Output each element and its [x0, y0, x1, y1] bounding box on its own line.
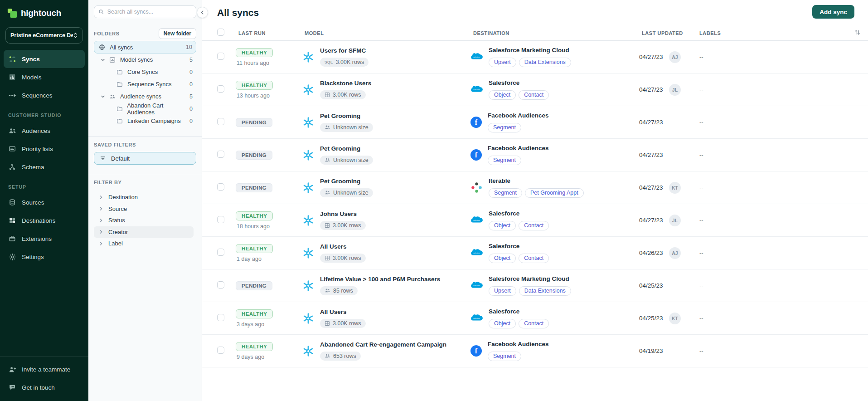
folder-item-all-syncs[interactable]: All syncs10: [94, 41, 196, 54]
avatar[interactable]: KT: [669, 182, 681, 194]
hightouch-logo[interactable]: hightouch: [0, 5, 88, 23]
last-updated-date: 04/27/23: [639, 119, 669, 126]
svg-text:salesforce: salesforce: [473, 88, 480, 90]
avatar[interactable]: AJ: [669, 247, 681, 259]
sidebar-item-destinations[interactable]: Destinations: [4, 211, 85, 230]
filter-by-destination[interactable]: Destination: [94, 191, 194, 203]
avatar[interactable]: JL: [669, 215, 681, 226]
status-badge: HEALTHY: [236, 81, 273, 90]
sidebar-item-get-in-touch[interactable]: Get in touch: [4, 378, 85, 396]
status-badge: PENDING: [236, 151, 272, 160]
folders-title: FOLDERS: [94, 31, 120, 36]
sidebar-item-schema[interactable]: Schema: [4, 158, 85, 176]
sidebar-item-extensions[interactable]: Extensions: [4, 230, 85, 248]
filter-by-label[interactable]: Label: [94, 238, 194, 249]
folder-item-sequence-syncs[interactable]: Sequence Syncs0: [94, 78, 196, 90]
row-checkbox[interactable]: [217, 314, 224, 321]
filter-by-source[interactable]: Source: [94, 203, 194, 215]
avatar[interactable]: AJ: [669, 51, 681, 63]
model-size: 3.00K rows: [336, 59, 364, 65]
sort-icon[interactable]: [854, 29, 861, 38]
sidebar-item-priority-lists[interactable]: Priority lists: [4, 140, 85, 158]
folder-count: 5: [189, 57, 193, 63]
filter-by-creator[interactable]: Creator: [94, 226, 194, 238]
model-name: Blackstone Users: [320, 80, 371, 87]
chevron-updown-icon: [73, 32, 78, 39]
sidebar-item-label: Models: [22, 74, 42, 81]
folder-item-audience-syncs[interactable]: Audience syncs5: [94, 90, 196, 103]
status-badge: HEALTHY: [236, 342, 273, 351]
table-row[interactable]: PENDINGLifetime Value > 100 and P6M Purc…: [202, 269, 868, 302]
sidebar-item-sources[interactable]: Sources: [4, 193, 85, 211]
last-updated-date: 04/27/23: [639, 217, 669, 224]
sidebar-item-invite-a-teammate[interactable]: Invite a teammate: [4, 360, 85, 378]
row-checkbox[interactable]: [217, 249, 224, 256]
sidebar-item-audiences[interactable]: Audiences: [4, 122, 85, 140]
table-row[interactable]: PENDINGPet GroomingUnknown sizeIterableS…: [202, 171, 868, 204]
row-checkbox[interactable]: [217, 281, 224, 289]
filter-by-list: DestinationSourceStatusCreatorLabel: [94, 191, 196, 249]
table-row[interactable]: HEALTHY1 day agoAll Users3.00K rowssales…: [202, 237, 868, 269]
labels-value: --: [697, 217, 868, 224]
folder-item-model-syncs[interactable]: Model syncs5: [94, 54, 196, 66]
divider: [88, 136, 202, 137]
avatar[interactable]: KT: [669, 313, 681, 324]
models-icon: [8, 73, 16, 81]
folder-item-abandon-cart-audiences[interactable]: Abandon Cart Audiences0: [94, 103, 196, 115]
destination-name: Salesforce: [489, 79, 549, 87]
sidebar-item-models[interactable]: Models: [4, 68, 85, 86]
row-checkbox[interactable]: [217, 183, 224, 191]
primary-nav: SyncsModelsSequences: [0, 44, 88, 104]
row-checkbox[interactable]: [217, 216, 224, 223]
brand-name: hightouch: [21, 8, 61, 18]
folder-icon: [116, 80, 124, 88]
search-input[interactable]: [107, 9, 192, 15]
destination-tag: Object: [489, 221, 516, 230]
table-row[interactable]: PENDINGPet GroomingUnknown sizefFacebook…: [202, 139, 868, 171]
status-badge: HEALTHY: [236, 48, 273, 57]
select-all-checkbox[interactable]: [217, 29, 224, 36]
table-row[interactable]: HEALTHY3 days agoAll Users3.00K rowssale…: [202, 302, 868, 335]
table-row[interactable]: HEALTHY18 hours agoJohns Users3.00K rows…: [202, 204, 868, 237]
saved-filters: Default: [94, 152, 196, 165]
collapse-sidebar-button[interactable]: [197, 7, 208, 18]
table-row[interactable]: HEALTHY13 hours agoBlackstone Users3.00K…: [202, 73, 868, 106]
add-sync-button[interactable]: Add sync: [812, 5, 854, 19]
labels-value: --: [697, 347, 868, 354]
row-checkbox[interactable]: [217, 347, 224, 354]
sidebar-footer: Invite a teammateGet in touch: [0, 356, 88, 401]
row-checkbox[interactable]: [217, 53, 224, 60]
row-checkbox[interactable]: [217, 85, 224, 93]
model-size-pill: 3.00K rows: [320, 254, 366, 263]
folder-item-linkedin-campaigns[interactable]: Linkedin Campaigns0: [94, 115, 196, 127]
audience-icon: [325, 353, 330, 359]
sidebar-item-sequences[interactable]: Sequences: [4, 86, 85, 104]
destination-name: Facebook Audiences: [488, 112, 549, 119]
sidebar-item-settings[interactable]: Settings: [4, 248, 85, 266]
labels-value: --: [697, 184, 868, 191]
row-checkbox[interactable]: [217, 118, 224, 125]
table-row[interactable]: HEALTHY9 days agoAbandoned Cart Re-engag…: [202, 335, 868, 367]
salesforce-icon: salesforce: [470, 214, 483, 226]
saved-filter-label: Default: [111, 155, 130, 162]
sidebar-item-syncs[interactable]: Syncs: [4, 50, 85, 68]
folder-item-core-syncs[interactable]: Core Syncs0: [94, 66, 196, 78]
filter-by-status[interactable]: Status: [94, 215, 194, 226]
destination-name: Salesforce Marketing Cloud: [489, 47, 571, 54]
column-header-last-run: LAST RUN: [236, 30, 302, 36]
last-run-time: 13 hours ago: [236, 93, 270, 99]
facebook-icon: f: [470, 149, 482, 161]
avatar[interactable]: JL: [669, 84, 681, 96]
status-badge: HEALTHY: [236, 211, 273, 220]
workspace-selector[interactable]: Pristine eCommerce De...: [5, 27, 83, 44]
table-row[interactable]: PENDINGPet GroomingUnknown sizefFacebook…: [202, 106, 868, 139]
chevron-down-icon[interactable]: [100, 57, 106, 63]
last-run-time: 9 days ago: [236, 354, 264, 360]
table-row[interactable]: HEALTHY11 hours agoUsers for SFMCSQL3.00…: [202, 41, 868, 73]
row-checkbox[interactable]: [217, 151, 224, 158]
new-folder-button[interactable]: New folder: [159, 28, 196, 39]
schema-icon: [8, 163, 16, 171]
chevron-down-icon[interactable]: [100, 94, 106, 99]
destination-tag: Pet Grooming Appt: [525, 188, 584, 198]
saved-filter-default[interactable]: Default: [94, 152, 196, 165]
